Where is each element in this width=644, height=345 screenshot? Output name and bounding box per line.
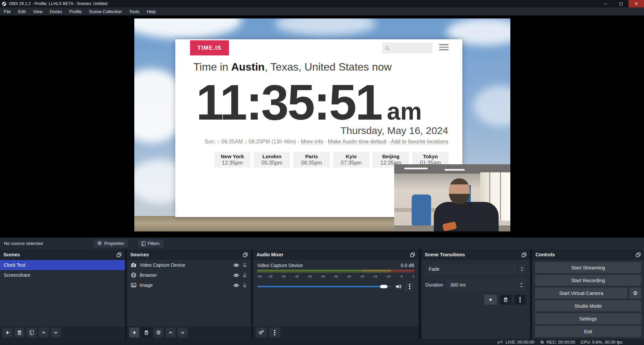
eye-icon[interactable] xyxy=(233,263,239,267)
close-button[interactable]: ✕ xyxy=(629,0,644,7)
broadcast-off-icon xyxy=(497,340,503,344)
popout-icon[interactable] xyxy=(521,252,526,257)
plus-icon: + xyxy=(5,329,9,336)
trash-icon xyxy=(144,330,149,335)
move-source-down-button[interactable] xyxy=(178,328,188,338)
cpu-status: CPU: 0.6%, 30.00 fps xyxy=(581,340,623,345)
chevron-down-icon xyxy=(53,330,58,335)
kebab-icon xyxy=(409,286,410,287)
add-transition-button[interactable]: + xyxy=(484,295,497,305)
mixer-channel-menu-button[interactable] xyxy=(405,282,414,292)
live-status: LIVE: 00:00:00 xyxy=(497,340,535,345)
select-spinner[interactable] xyxy=(518,264,526,274)
menu-edit[interactable]: Edit xyxy=(14,8,29,15)
remove-transition-button[interactable] xyxy=(500,295,511,305)
scene-transitions-dock: Scene Transitions Fade Duration 300 ms xyxy=(421,249,530,339)
menu-profile[interactable]: Profile xyxy=(65,8,85,15)
trash-icon xyxy=(17,330,22,335)
clock-ampm: am xyxy=(387,97,422,125)
transition-select[interactable]: Fade xyxy=(425,264,526,274)
transition-menu-button[interactable] xyxy=(514,295,526,305)
menu-view[interactable]: View xyxy=(29,8,46,15)
start-streaming-button[interactable]: Start Streaming xyxy=(535,262,641,273)
record-off-icon xyxy=(540,340,544,344)
rec-status: REC: 00:00:00 xyxy=(540,340,575,345)
advanced-audio-button[interactable]: ⚙⚙ xyxy=(256,328,267,338)
duration-spinbox[interactable]: 300 ms xyxy=(446,279,526,291)
close-icon: ✕ xyxy=(635,1,638,6)
studio-mode-button[interactable]: Studio Mode xyxy=(535,300,641,311)
move-scene-up-button[interactable] xyxy=(39,328,49,338)
remove-source-button[interactable] xyxy=(141,328,151,338)
source-row-video-capture[interactable]: Video Capture Device xyxy=(127,260,251,270)
source-row-browser[interactable]: Browser xyxy=(127,270,251,280)
camera-icon xyxy=(131,263,136,267)
maximize-button[interactable] xyxy=(613,0,629,7)
lock-icon[interactable] xyxy=(242,263,247,267)
start-recording-button[interactable]: Start Recording xyxy=(535,275,641,286)
move-scene-down-button[interactable] xyxy=(51,328,61,338)
menu-tools[interactable]: Tools xyxy=(126,8,143,15)
virtual-camera-settings-button[interactable]: ⚙ xyxy=(629,288,641,299)
clock-digits: 11:35:51 xyxy=(196,76,381,128)
dock-area: Scenes Clock Test Screenshare + Sources xyxy=(0,249,644,339)
scene-filters-button[interactable] xyxy=(27,328,37,338)
minimize-icon xyxy=(604,4,607,4)
cloud xyxy=(473,86,510,126)
eye-icon[interactable] xyxy=(233,283,239,288)
volume-slider[interactable] xyxy=(257,286,392,287)
volume-slider-handle[interactable] xyxy=(380,285,387,288)
preview-canvas[interactable]: TIME.IS Time in Austin, Texas, United St… xyxy=(134,18,510,231)
chevron-up-icon xyxy=(520,267,523,269)
source-row-image[interactable]: Image xyxy=(127,280,251,290)
popout-icon[interactable] xyxy=(117,252,122,257)
menu-scene-collection[interactable]: Scene Collection xyxy=(85,8,126,15)
filters-button[interactable]: Filters xyxy=(138,239,164,248)
webcam-chair xyxy=(412,195,431,225)
audio-mixer-title: Audio Mixer xyxy=(257,252,283,257)
city-card: London05:35pm xyxy=(254,152,290,168)
settings-button[interactable]: Settings xyxy=(535,313,641,324)
popout-icon[interactable] xyxy=(636,252,641,257)
scene-item-clock-test[interactable]: Clock Test xyxy=(0,260,125,270)
source-status-text: No source selected xyxy=(0,241,93,246)
window-title: OBS 29.1.2 - Profile: LLHLS BETA - Scene… xyxy=(9,1,107,6)
eye-icon[interactable] xyxy=(233,273,239,277)
properties-button[interactable]: ⚙ Properties xyxy=(93,239,128,248)
image-icon xyxy=(131,283,136,288)
gear-icon: ⚙ xyxy=(156,330,161,335)
popout-icon[interactable] xyxy=(410,252,415,257)
mixer-toolbar: ⚙⚙ xyxy=(253,326,418,339)
duration-label: Duration xyxy=(425,282,446,288)
lock-icon[interactable] xyxy=(242,283,247,288)
remove-scene-button[interactable] xyxy=(14,328,25,338)
menu-help[interactable]: Help xyxy=(143,8,159,15)
audio-mixer-dock: Audio Mixer Video Capture Device 0.0 dB … xyxy=(253,249,418,339)
obs-logo-icon xyxy=(2,2,6,6)
cloud xyxy=(134,18,242,39)
city-card: New York12:35pm xyxy=(214,152,250,168)
city-card: Kyiv07:35pm xyxy=(333,152,369,168)
duration-spinner[interactable] xyxy=(517,282,526,288)
status-bar: LIVE: 00:00:00 REC: 00:00:00 CPU: 0.6%, … xyxy=(0,339,644,345)
lock-icon[interactable] xyxy=(242,273,247,277)
add-source-button[interactable]: + xyxy=(129,328,139,338)
city-card: Paris06:35pm xyxy=(293,152,330,168)
scene-item-screenshare[interactable]: Screenshare xyxy=(0,270,125,280)
add-favorite-link: Add to favorite locations xyxy=(391,139,448,145)
chevron-up-icon xyxy=(168,330,173,335)
exit-button[interactable]: Exit xyxy=(535,326,641,337)
menu-docks[interactable]: Docks xyxy=(46,8,65,15)
minimize-button[interactable] xyxy=(598,0,613,7)
speaker-icon[interactable] xyxy=(396,284,402,289)
timeis-search-box xyxy=(382,43,432,53)
menu-file[interactable]: File xyxy=(0,8,14,15)
move-source-up-button[interactable] xyxy=(166,328,176,338)
start-virtual-camera-button[interactable]: Start Virtual Camera xyxy=(535,288,628,299)
webcam-overlay xyxy=(394,164,510,231)
popout-icon[interactable] xyxy=(243,252,248,257)
mixer-menu-button[interactable] xyxy=(269,328,280,338)
source-properties-button[interactable]: ⚙ xyxy=(153,328,164,338)
add-scene-button[interactable]: + xyxy=(2,328,12,338)
kebab-icon xyxy=(274,332,275,333)
